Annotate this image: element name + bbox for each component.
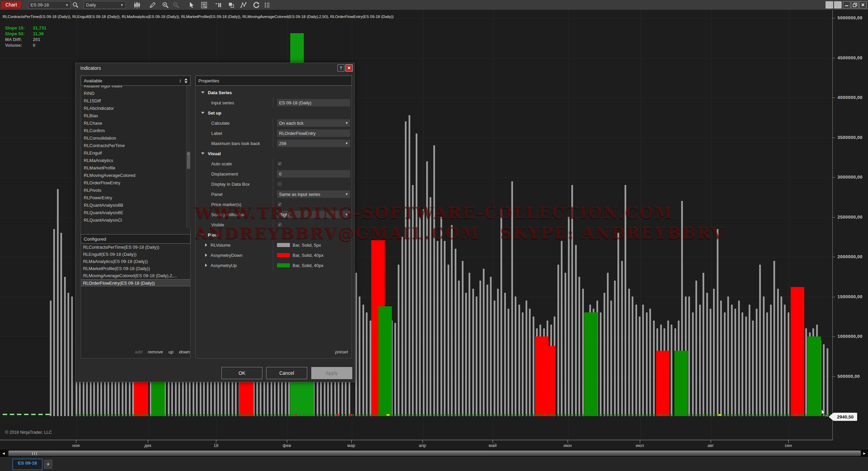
minimize-icon[interactable] bbox=[843, 1, 850, 8]
chart-menu-button[interactable]: Chart bbox=[1, 1, 22, 9]
add-button[interactable]: add bbox=[135, 349, 142, 354]
tab-es-09-18[interactable]: ES 09-18 bbox=[13, 459, 42, 470]
help-icon[interactable]: ? bbox=[337, 64, 344, 71]
info-icon[interactable]: i bbox=[180, 78, 181, 84]
configured-item[interactable]: RLOrderFlowEntry(ES 09-18 (Daily)) bbox=[81, 279, 190, 286]
available-item[interactable]: RLMovingAverageColored bbox=[81, 172, 190, 179]
available-item[interactable]: RLQuantAnalysis6B bbox=[81, 202, 190, 209]
available-item[interactable]: RLQuantAnalysisCl bbox=[81, 217, 190, 224]
scrollbar-thumb[interactable] bbox=[8, 450, 861, 456]
checkbox-visible[interactable]: ✓ bbox=[277, 222, 282, 227]
baseline-dash bbox=[763, 414, 765, 415]
panels-icon[interactable] bbox=[227, 1, 235, 9]
reload-icon[interactable] bbox=[252, 1, 260, 9]
configured-item[interactable]: RLMovingAverageColored(ES 09-18 (Daily),… bbox=[81, 272, 190, 279]
ok-button[interactable]: OK bbox=[221, 367, 262, 379]
available-item[interactable]: RLConfirm bbox=[81, 127, 190, 135]
workspace-button-1[interactable] bbox=[826, 1, 833, 8]
available-item[interactable]: RLEngulf bbox=[81, 149, 190, 157]
section-header-visual[interactable]: Visual bbox=[196, 148, 352, 159]
available-item[interactable]: RLQuantAnalysis6E bbox=[81, 209, 190, 217]
baseline-dash bbox=[409, 414, 411, 415]
configured-list[interactable]: RLContractsPerTime(ES 09-18 (Daily))RLEn… bbox=[81, 244, 190, 292]
select-panel[interactable]: Same as input series▼ bbox=[277, 190, 350, 198]
zoom-out-icon[interactable] bbox=[172, 1, 180, 9]
baseline-dash bbox=[331, 414, 333, 415]
zoom-in-icon[interactable] bbox=[161, 1, 170, 9]
configured-item[interactable]: RLMarketProfile(ES 09-18 (Daily)) bbox=[81, 265, 190, 272]
remove-button[interactable]: remove bbox=[148, 349, 163, 354]
available-list[interactable]: Relative vigor indexRINDRL15DiffRLAbcInd… bbox=[81, 86, 190, 228]
available-item[interactable]: RLChase bbox=[81, 120, 190, 127]
checkbox-display-in-data-box[interactable] bbox=[277, 181, 282, 187]
horizontal-scrollbar[interactable]: ◀ ▶ bbox=[0, 450, 868, 457]
preset-link[interactable]: preset bbox=[195, 349, 348, 354]
available-item[interactable]: RLAbcIndicator bbox=[81, 105, 190, 112]
baseline-dash bbox=[472, 414, 475, 415]
bar-spacing-icon[interactable] bbox=[214, 1, 222, 9]
available-item[interactable]: RLMarketProfile bbox=[81, 164, 190, 172]
baseline-dash bbox=[752, 414, 755, 415]
down-button[interactable]: down bbox=[179, 349, 190, 354]
collapse-icon[interactable] bbox=[201, 112, 204, 114]
available-item[interactable]: RLContractsPerTime bbox=[81, 142, 190, 149]
text-input-label[interactable]: RLOrderFlowEntry bbox=[277, 129, 350, 137]
configured-item[interactable]: RLMaAnalytics(ES 09-18 (Daily)) bbox=[81, 258, 190, 265]
section-header-set-up[interactable]: Set up bbox=[196, 108, 352, 118]
text-input-displacement[interactable]: 0 bbox=[277, 170, 350, 178]
instrument-selector[interactable]: ES 09-18 ▼ bbox=[28, 1, 71, 9]
collapse-icon[interactable] bbox=[201, 91, 204, 94]
checkbox-price-marker-s-[interactable]: ✓ bbox=[277, 202, 282, 207]
price-axis[interactable] bbox=[832, 10, 833, 440]
volume-bar bbox=[494, 301, 495, 416]
select-maximum-bars-look-back[interactable]: 256▼ bbox=[277, 140, 350, 147]
draw-pencil-icon[interactable] bbox=[149, 1, 157, 9]
instrument-search-icon[interactable] bbox=[72, 1, 80, 9]
configured-item[interactable]: RLEngulf(ES 09-18 (Daily)) bbox=[81, 251, 190, 258]
baseline-dash bbox=[536, 414, 539, 415]
configured-item[interactable]: RLContractsPerTime(ES 09-18 (Daily)) bbox=[81, 244, 190, 251]
section-header-plots[interactable]: Plots bbox=[196, 230, 352, 240]
drawing-tools-icon[interactable] bbox=[239, 1, 248, 9]
available-item[interactable]: RLConsolidation bbox=[81, 135, 190, 142]
up-button[interactable]: up bbox=[169, 349, 174, 354]
collapse-icon[interactable] bbox=[201, 234, 204, 236]
section-header-data-series[interactable]: Data Series bbox=[196, 87, 352, 98]
select-calculate[interactable]: On each tick▼ bbox=[277, 119, 350, 127]
text-input-input-series[interactable]: ES 09-18 (Daily) bbox=[277, 99, 350, 106]
collapse-icon[interactable] bbox=[201, 152, 204, 155]
pointer-cursor-icon[interactable] bbox=[187, 1, 195, 9]
cancel-button[interactable]: Cancel bbox=[266, 367, 307, 379]
properties-list-icon[interactable] bbox=[263, 1, 271, 9]
volume-bar bbox=[695, 281, 697, 416]
available-item[interactable]: RLOrderFlowEntry bbox=[81, 179, 190, 187]
period-selector[interactable]: Daily ▼ bbox=[84, 1, 126, 9]
select-scale-justification[interactable]: Right▼ bbox=[277, 211, 350, 218]
baseline-dash bbox=[352, 414, 354, 415]
close-icon[interactable]: ✕ bbox=[859, 1, 867, 8]
available-item[interactable]: RLMaAnalytics bbox=[81, 157, 190, 164]
scrollbar-thumb[interactable] bbox=[187, 152, 190, 169]
scroll-right-icon[interactable]: ▶ bbox=[861, 450, 868, 457]
available-item[interactable]: RIND bbox=[81, 90, 190, 97]
checkbox-auto-scale[interactable]: ✓ bbox=[277, 161, 282, 166]
available-item[interactable]: RL15Diff bbox=[81, 97, 190, 105]
baseline-dash bbox=[490, 414, 493, 415]
available-item[interactable]: RLBias bbox=[81, 112, 190, 120]
available-item[interactable]: Relative vigor index bbox=[81, 86, 190, 90]
dialog-title: Indicators bbox=[80, 65, 101, 71]
chart-style-icon[interactable] bbox=[133, 1, 141, 9]
add-tab-button[interactable]: + bbox=[44, 459, 53, 469]
available-item[interactable]: RLPivots bbox=[81, 187, 190, 194]
available-scrollbar[interactable] bbox=[186, 86, 191, 228]
baseline-dash bbox=[674, 414, 677, 415]
scroll-left-icon[interactable]: ◀ bbox=[0, 450, 7, 457]
apply-button[interactable]: Apply bbox=[311, 367, 352, 379]
close-icon[interactable]: ✕ bbox=[346, 64, 353, 71]
available-item[interactable]: RLPowerEntry bbox=[81, 194, 190, 202]
scrollbar-grip[interactable] bbox=[32, 452, 37, 455]
list-spinner[interactable] bbox=[184, 78, 188, 83]
data-box-icon[interactable] bbox=[200, 1, 208, 9]
workspace-button-2[interactable] bbox=[834, 1, 842, 8]
restore-icon[interactable] bbox=[851, 1, 859, 8]
